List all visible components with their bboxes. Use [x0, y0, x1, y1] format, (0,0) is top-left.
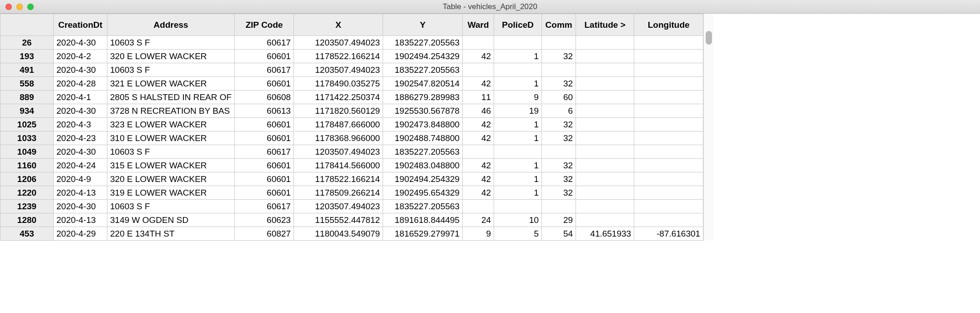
col-header-policed[interactable]: PoliceD	[494, 14, 542, 36]
cell-y[interactable]: 1925530.567878	[383, 104, 463, 118]
cell-comm[interactable]: 32	[542, 77, 576, 91]
cell-addr[interactable]: 220 E 134TH ST	[107, 227, 235, 241]
cell-date[interactable]: 2020-4-30	[54, 63, 107, 77]
col-header-latitude[interactable]: Latitude >	[576, 14, 634, 36]
cell-addr[interactable]: 320 E LOWER WACKER	[107, 50, 235, 63]
cell-date[interactable]: 2020-4-30	[54, 36, 107, 50]
cell-zip[interactable]: 60601	[235, 186, 294, 200]
col-header-longitude[interactable]: Longitude	[634, 14, 703, 36]
table-row[interactable]: 4532020-4-29220 E 134TH ST608271180043.5…	[0, 227, 703, 241]
cell-date[interactable]: 2020-4-23	[54, 131, 107, 145]
table-row[interactable]: 11602020-4-24315 E LOWER WACKER606011178…	[0, 159, 703, 172]
cell-pol[interactable]: 1	[494, 50, 542, 63]
cell-pol[interactable]	[494, 36, 542, 50]
cell-pol[interactable]: 1	[494, 131, 542, 145]
cell-x[interactable]: 1171422.250374	[294, 91, 383, 104]
cell-zip[interactable]: 60617	[235, 200, 294, 213]
cell-addr[interactable]: 319 E LOWER WACKER	[107, 186, 235, 200]
cell-x[interactable]: 1178522.166214	[294, 50, 383, 63]
row-header[interactable]: 193	[0, 50, 54, 63]
cell-y[interactable]: 1902494.254329	[383, 172, 463, 186]
corner-cell[interactable]	[0, 14, 54, 36]
cell-y[interactable]: 1835227.205563	[383, 200, 463, 213]
table-row[interactable]: 10252020-4-3323 E LOWER WACKER6060111784…	[0, 118, 703, 131]
cell-x[interactable]: 1203507.494023	[294, 63, 383, 77]
cell-y[interactable]: 1902483.048800	[383, 159, 463, 172]
cell-comm[interactable]	[542, 36, 576, 50]
vertical-scrollbar[interactable]	[703, 14, 713, 241]
cell-lon[interactable]: -87.616301	[634, 227, 703, 241]
table-row[interactable]: 1932020-4-2320 E LOWER WACKER60601117852…	[0, 50, 703, 63]
cell-comm[interactable]	[542, 200, 576, 213]
cell-lon[interactable]	[634, 77, 703, 91]
cell-zip[interactable]: 60623	[235, 213, 294, 227]
table-row[interactable]: 10332020-4-23310 E LOWER WACKER606011178…	[0, 131, 703, 145]
row-header[interactable]: 889	[0, 91, 54, 104]
cell-comm[interactable]: 32	[542, 50, 576, 63]
cell-lat[interactable]	[576, 159, 634, 172]
cell-x[interactable]: 1180043.549079	[294, 227, 383, 241]
cell-comm[interactable]: 6	[542, 104, 576, 118]
cell-zip[interactable]: 60617	[235, 36, 294, 50]
cell-zip[interactable]: 60617	[235, 145, 294, 159]
cell-comm[interactable]: 54	[542, 227, 576, 241]
cell-addr[interactable]: 2805 S HALSTED IN REAR OF	[107, 91, 235, 104]
cell-addr[interactable]: 10603 S F	[107, 145, 235, 159]
cell-addr[interactable]: 320 E LOWER WACKER	[107, 172, 235, 186]
scroll-thumb[interactable]	[706, 31, 712, 45]
cell-pol[interactable]: 1	[494, 159, 542, 172]
cell-comm[interactable]	[542, 63, 576, 77]
row-header[interactable]: 1033	[0, 131, 54, 145]
cell-y[interactable]: 1816529.279971	[383, 227, 463, 241]
close-icon[interactable]	[5, 4, 12, 10]
cell-ward[interactable]: 9	[463, 227, 494, 241]
cell-lon[interactable]	[634, 159, 703, 172]
cell-ward[interactable]: 42	[463, 118, 494, 131]
cell-zip[interactable]: 60601	[235, 172, 294, 186]
cell-date[interactable]: 2020-4-2	[54, 50, 107, 63]
col-header-zip[interactable]: ZIP Code	[235, 14, 294, 36]
row-header[interactable]: 1220	[0, 186, 54, 200]
cell-pol[interactable]: 10	[494, 213, 542, 227]
cell-lon[interactable]	[634, 200, 703, 213]
cell-addr[interactable]: 10603 S F	[107, 200, 235, 213]
cell-date[interactable]: 2020-4-1	[54, 91, 107, 104]
row-header[interactable]: 1206	[0, 172, 54, 186]
col-header-address[interactable]: Address	[107, 14, 235, 36]
col-header-creationdt[interactable]: CreationDt	[54, 14, 107, 36]
cell-zip[interactable]: 60601	[235, 159, 294, 172]
cell-pol[interactable]: 1	[494, 118, 542, 131]
cell-comm[interactable]: 32	[542, 131, 576, 145]
cell-addr[interactable]: 310 E LOWER WACKER	[107, 131, 235, 145]
row-header[interactable]: 491	[0, 63, 54, 77]
cell-lat[interactable]: 41.651933	[576, 227, 634, 241]
col-header-ward[interactable]: Ward	[463, 14, 494, 36]
cell-lat[interactable]	[576, 131, 634, 145]
cell-x[interactable]: 1178522.166214	[294, 172, 383, 186]
cell-y[interactable]: 1902488.748800	[383, 131, 463, 145]
cell-lon[interactable]	[634, 172, 703, 186]
cell-lon[interactable]	[634, 104, 703, 118]
col-header-y[interactable]: Y	[383, 14, 463, 36]
cell-lat[interactable]	[576, 200, 634, 213]
cell-addr[interactable]: 321 E LOWER WACKER	[107, 77, 235, 91]
cell-ward[interactable]: 42	[463, 159, 494, 172]
cell-lon[interactable]	[634, 186, 703, 200]
cell-lon[interactable]	[634, 91, 703, 104]
cell-lat[interactable]	[576, 50, 634, 63]
cell-lat[interactable]	[576, 118, 634, 131]
cell-x[interactable]: 1178414.566000	[294, 159, 383, 172]
cell-ward[interactable]	[463, 63, 494, 77]
cell-pol[interactable]: 5	[494, 227, 542, 241]
cell-y[interactable]: 1835227.205563	[383, 63, 463, 77]
cell-pol[interactable]: 19	[494, 104, 542, 118]
table-row[interactable]: 9342020-4-303728 N RECREATION BY BAS6061…	[0, 104, 703, 118]
cell-addr[interactable]: 10603 S F	[107, 63, 235, 77]
cell-lat[interactable]	[576, 186, 634, 200]
cell-lat[interactable]	[576, 77, 634, 91]
cell-ward[interactable]: 24	[463, 213, 494, 227]
cell-pol[interactable]	[494, 145, 542, 159]
cell-x[interactable]: 1203507.494023	[294, 36, 383, 50]
cell-date[interactable]: 2020-4-30	[54, 145, 107, 159]
cell-lat[interactable]	[576, 145, 634, 159]
